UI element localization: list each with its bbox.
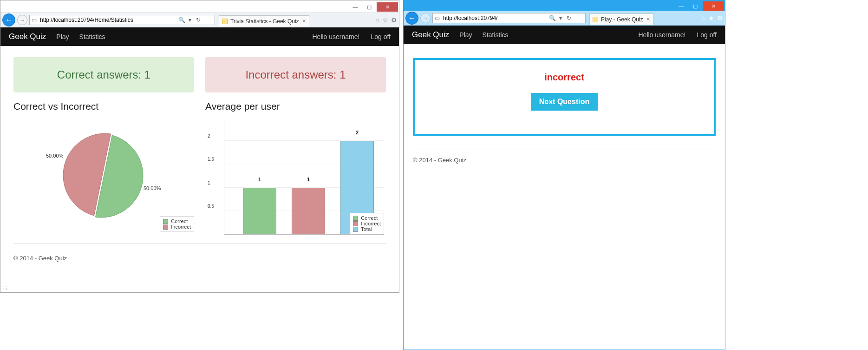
page-footer: © 2014 - Geek Quiz	[404, 150, 725, 170]
bar-chart: 0.5 1 1.5 2 1 1 2 Correct	[205, 116, 386, 237]
pie-chart: 50.00% 50.00% Correct Incorrect	[13, 116, 194, 232]
window-titlebar: — ▢ ✕	[0, 0, 399, 13]
page-footer: © 2014 - Geek Quiz	[0, 255, 399, 268]
browser-toolbar: ← → ▭ 🔍 ▾ ↻ Play - Geek Quiz ✕ ⌂ ★ ⚙	[404, 11, 725, 26]
bar-value-label: 1	[243, 177, 276, 182]
url-input[interactable]	[441, 13, 548, 23]
legend-label: Correct	[171, 218, 188, 224]
correct-answers-card: Correct answers: 1	[13, 57, 194, 92]
tab-close-icon[interactable]: ✕	[646, 16, 650, 22]
browser-window-statistics: — ▢ ✕ ← → ▭ 🔍 ▾ ↻ Trivia Statistics - Ge…	[0, 0, 399, 293]
window-titlebar: — ▢ ✕	[404, 0, 725, 11]
refresh-icon[interactable]: ↻	[194, 17, 202, 23]
bar-correct	[243, 188, 276, 234]
legend-label: Total	[361, 226, 372, 232]
tab-title: Trivia Statistics - Geek Quiz	[230, 18, 299, 25]
brand-title[interactable]: Geek Quiz	[9, 32, 46, 41]
quiz-result-card: incorrect Next Question	[413, 58, 716, 136]
nav-link-play[interactable]: Play	[56, 33, 69, 40]
bar-incorrect	[292, 188, 325, 234]
app-navbar: Geek Quiz Play Statistics Hello username…	[0, 27, 399, 46]
next-question-button[interactable]: Next Question	[531, 93, 598, 111]
stray-text: ; ;	[2, 284, 7, 291]
tab-favicon-icon	[593, 17, 598, 22]
page-favicon-icon: ▭	[30, 17, 38, 23]
home-icon[interactable]: ⌂	[376, 16, 379, 24]
pie-label-incorrect: 50.00%	[46, 153, 63, 158]
window-close-button[interactable]: ✕	[703, 1, 724, 11]
favorites-icon[interactable]: ★	[708, 14, 714, 22]
window-minimize-button[interactable]: —	[675, 1, 688, 11]
tab-strip: Trivia Statistics - Geek Quiz ✕	[219, 13, 374, 26]
brand-title[interactable]: Geek Quiz	[412, 30, 449, 40]
logoff-link[interactable]: Log off	[697, 31, 717, 39]
logoff-link[interactable]: Log off	[371, 33, 391, 40]
bar-chart-title: Average per user	[205, 101, 386, 112]
nav-back-button[interactable]: ←	[405, 12, 418, 25]
legend-label: Incorrect	[361, 221, 381, 226]
refresh-icon[interactable]: ↻	[565, 15, 573, 21]
pie-chart-title: Correct vs Incorrect	[13, 101, 194, 112]
incorrect-answers-card: Incorrect answers: 1	[205, 57, 386, 92]
search-icon[interactable]: 🔍	[548, 15, 556, 21]
browser-tab[interactable]: Trivia Statistics - Geek Quiz ✕	[219, 15, 309, 26]
home-icon[interactable]: ⌂	[702, 14, 705, 22]
ytick-label: 0.5	[208, 203, 214, 208]
bar-value-label: 2	[340, 130, 374, 135]
window-maximize-button[interactable]: ▢	[689, 1, 702, 11]
tab-close-icon[interactable]: ✕	[302, 18, 306, 24]
bar-legend: Correct Incorrect Total	[350, 213, 384, 234]
pie-legend: Correct Incorrect	[160, 216, 194, 232]
url-input[interactable]	[38, 15, 177, 25]
favorites-icon[interactable]: ☆	[382, 16, 388, 24]
pie-label-correct: 50.00%	[144, 185, 161, 191]
address-bar[interactable]: ▭ 🔍 ▾ ↻	[432, 13, 586, 23]
browser-window-play: — ▢ ✕ ← → ▭ 🔍 ▾ ↻ Play - Geek Quiz ✕ ⌂ ★…	[403, 0, 725, 350]
user-greeting[interactable]: Hello username!	[313, 33, 360, 40]
tab-strip: Play - Geek Quiz ✕	[589, 12, 700, 25]
nav-link-play[interactable]: Play	[459, 31, 472, 39]
browser-toolbar: ← → ▭ 🔍 ▾ ↻ Trivia Statistics - Geek Qui…	[0, 13, 399, 27]
nav-back-button[interactable]: ←	[2, 13, 15, 26]
address-bar[interactable]: ▭ 🔍 ▾ ↻	[29, 15, 215, 25]
legend-label: Incorrect	[171, 224, 191, 230]
tab-favicon-icon	[222, 19, 228, 24]
nav-link-statistics[interactable]: Statistics	[483, 31, 509, 39]
ytick-label: 1	[208, 180, 210, 185]
tab-title: Play - Geek Quiz	[601, 16, 643, 23]
browser-tab[interactable]: Play - Geek Quiz ✕	[589, 13, 653, 25]
nav-link-statistics[interactable]: Statistics	[79, 33, 105, 40]
nav-forward-button[interactable]: →	[17, 15, 27, 25]
window-close-button[interactable]: ✕	[377, 2, 398, 12]
dropdown-icon[interactable]: ▾	[556, 15, 565, 21]
window-maximize-button[interactable]: ▢	[363, 2, 376, 12]
ytick-label: 2	[208, 133, 210, 139]
window-minimize-button[interactable]: —	[349, 2, 362, 12]
user-greeting[interactable]: Hello username!	[639, 31, 686, 39]
tools-gear-icon[interactable]: ⚙	[717, 14, 723, 22]
page-favicon-icon: ▭	[433, 15, 441, 21]
nav-forward-button[interactable]: →	[420, 13, 431, 23]
result-text: incorrect	[419, 72, 709, 83]
search-icon[interactable]: 🔍	[177, 17, 186, 23]
dropdown-icon[interactable]: ▾	[186, 17, 194, 23]
app-navbar: Geek Quiz Play Statistics Hello username…	[404, 26, 725, 44]
bar-value-label: 1	[292, 177, 325, 182]
tools-gear-icon[interactable]: ⚙	[391, 16, 397, 24]
legend-label: Correct	[361, 215, 378, 221]
ytick-label: 1.5	[208, 157, 214, 162]
